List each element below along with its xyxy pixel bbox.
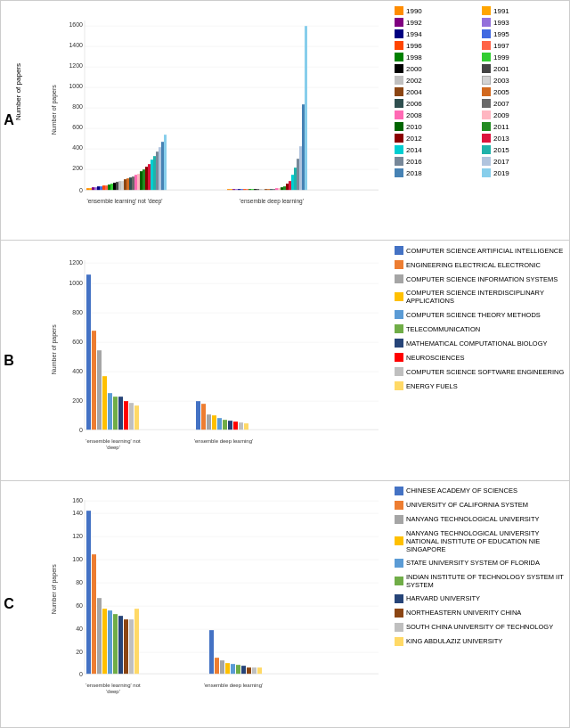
svg-rect-34	[124, 179, 126, 190]
svg-rect-59	[251, 189, 254, 190]
legend-color-south-china	[395, 623, 403, 632]
legend-item-2007: 2007	[482, 99, 566, 108]
svg-rect-69	[278, 188, 281, 190]
legend-color-ee	[395, 260, 403, 269]
svg-rect-20	[86, 188, 89, 190]
legend-label-2017: 2017	[493, 158, 509, 166]
main-container: A Number of papers 0 200 400 600 800 100…	[0, 0, 570, 728]
svg-rect-64	[265, 189, 267, 190]
legend-color-2019	[482, 168, 491, 177]
svg-rect-35	[126, 178, 129, 190]
svg-rect-55	[240, 189, 243, 190]
legend-item-2008: 2008	[395, 110, 478, 119]
svg-rect-113	[223, 421, 227, 430]
legend-label-2007: 2007	[493, 100, 509, 108]
legend-label-cs-is: COMPUTER SCIENCE INFORMATION SYSTEMS	[406, 275, 558, 283]
svg-text:'ensemble deep learning': 'ensemble deep learning'	[204, 683, 263, 688]
svg-rect-60	[254, 189, 256, 190]
svg-rect-36	[129, 177, 132, 190]
legend-label-state-fl: STATE UNIVERSITY SYSTEM OF FLORIDA	[406, 559, 540, 567]
panel-b-legend: COMPUTER SCIENCE ARTIFICIAL INTELLIGENCE…	[391, 241, 569, 479]
svg-rect-111	[212, 416, 216, 430]
svg-text:1600: 1600	[69, 21, 83, 28]
svg-rect-154	[225, 663, 230, 674]
legend-label-2000: 2000	[406, 65, 422, 73]
svg-rect-53	[235, 189, 238, 190]
svg-rect-141	[86, 511, 91, 674]
svg-rect-22	[92, 187, 94, 190]
legend-label-cas: CHINESE ACADEMY OF SCIENCES	[406, 487, 517, 495]
svg-rect-149	[129, 619, 134, 674]
legend-color-2009	[482, 110, 491, 119]
legend-color-1992	[395, 18, 403, 27]
legend-item-1993: 1993	[482, 18, 566, 27]
legend-color-2008	[395, 110, 403, 119]
legend-label-cs-ai: COMPUTER SCIENCE ARTIFICIAL INTELLIGENCE	[406, 247, 563, 255]
svg-rect-27	[105, 185, 108, 190]
svg-rect-150	[134, 609, 139, 674]
svg-text:140: 140	[72, 510, 83, 516]
svg-rect-114	[228, 421, 232, 430]
svg-rect-151	[209, 630, 214, 674]
legend-color-1996	[395, 41, 403, 50]
svg-rect-40	[140, 171, 142, 190]
svg-rect-109	[201, 405, 206, 430]
legend-color-1995	[482, 29, 491, 38]
svg-rect-74	[291, 175, 294, 190]
legend-color-2010	[395, 122, 403, 131]
svg-rect-39	[137, 174, 140, 190]
svg-text:0: 0	[79, 187, 83, 193]
legend-label-ntu: NANYANG TECHNOLOGICAL UNIVERSITY	[406, 515, 539, 523]
svg-text:80: 80	[76, 579, 83, 585]
svg-rect-43	[148, 164, 151, 190]
legend-item-1994: 1994	[395, 29, 478, 38]
svg-rect-99	[92, 331, 96, 430]
legend-label-neuro: NEUROSCIENCES	[406, 354, 464, 362]
svg-rect-116	[239, 423, 243, 430]
legend-label-1991: 1991	[493, 7, 509, 15]
legend-label-2018: 2018	[406, 169, 422, 177]
legend-item-iit: INDIAN INSTITUTE OF TECHNOLOGY SYSTEM II…	[395, 573, 566, 589]
svg-text:Number of papers: Number of papers	[51, 85, 58, 135]
svg-rect-45	[153, 156, 156, 190]
legend-label-1998: 1998	[406, 53, 422, 61]
svg-rect-72	[286, 184, 289, 190]
legend-item-1995: 1995	[482, 29, 566, 38]
legend-label-2016: 2016	[406, 158, 422, 166]
legend-label-cs-ia: COMPUTER SCIENCE INTERDISCIPLINARY APPLI…	[406, 289, 566, 305]
legend-color-2012	[395, 134, 403, 143]
svg-rect-44	[151, 160, 153, 190]
svg-rect-30	[113, 183, 116, 190]
svg-rect-104	[118, 397, 123, 430]
svg-text:60: 60	[76, 602, 83, 609]
legend-label-1995: 1995	[493, 30, 509, 38]
svg-text:1200: 1200	[69, 260, 83, 266]
legend-color-iit	[395, 577, 403, 585]
svg-text:'deep': 'deep'	[106, 446, 120, 451]
svg-text:200: 200	[72, 165, 83, 171]
panel-a-legend: 1990 1991 1992 1993 1994	[391, 1, 569, 240]
legend-item-2016: 2016	[395, 157, 478, 166]
svg-rect-48	[161, 142, 164, 190]
legend-label-ntu-nie: NANYANG TECHNOLOGICAL UNIVERSITY NATIONA…	[406, 529, 566, 553]
legend-label-1999: 1999	[493, 53, 509, 61]
svg-rect-77	[299, 146, 302, 190]
legend-color-1991	[482, 6, 491, 15]
svg-rect-24	[97, 186, 100, 190]
legend-item-1996: 1996	[395, 41, 478, 50]
svg-rect-79	[305, 26, 307, 190]
svg-rect-73	[289, 181, 291, 190]
panel-b-svg: 0 200 400 600 800 1000 1200	[49, 246, 387, 462]
legend-item-telecom: TELECOMMUNICATION	[395, 324, 566, 333]
legend-color-2018	[395, 168, 403, 177]
legend-color-2017	[482, 157, 491, 166]
legend-color-2007	[482, 99, 491, 108]
legend-label-telecom: TELECOMMUNICATION	[406, 325, 480, 333]
svg-rect-102	[108, 394, 112, 430]
legend-color-2003	[482, 76, 491, 85]
legend-color-state-fl	[395, 559, 403, 568]
panel-a-chart: Number of papers 0 200 400 600 800 1000 …	[17, 1, 391, 240]
svg-rect-51	[230, 189, 232, 190]
legend-color-harvard	[395, 594, 403, 603]
legend-item-uc: UNIVERSITY OF CALIFORNIA SYSTEM	[395, 501, 566, 510]
